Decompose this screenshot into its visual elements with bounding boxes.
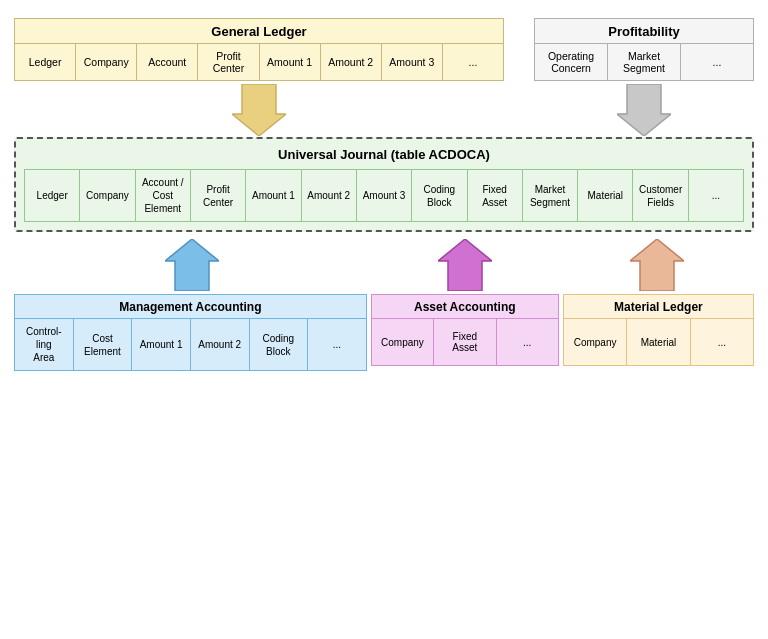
ml-arrow-up [560, 239, 754, 291]
svg-marker-1 [617, 84, 671, 136]
bottom-row: Management Accounting Control-lingArea C… [14, 294, 754, 371]
arrows-down-row [14, 83, 754, 137]
ml-col-ellipsis: ... [691, 319, 753, 365]
uj-col-ellipsis: ... [689, 170, 743, 221]
prof-col-ellipsis: ... [681, 44, 753, 80]
gl-col-amount2: Amount 2 [321, 44, 382, 80]
material-ledger-columns: Company Material ... [564, 319, 753, 365]
ml-up-arrow-icon [630, 239, 684, 291]
universal-journal-title: Universal Journal (table ACDOCA) [24, 147, 744, 162]
universal-journal-columns: Ledger Company Account /CostElement Prof… [24, 169, 744, 222]
uj-col-account-cost: Account /CostElement [136, 170, 191, 221]
gl-col-ellipsis: ... [443, 44, 503, 80]
uj-col-amount1: Amount 1 [246, 170, 301, 221]
uj-col-fixed-asset: FixedAsset [468, 170, 523, 221]
gl-col-ledger: Ledger [15, 44, 76, 80]
management-accounting-columns: Control-lingArea CostElement Amount 1 Am… [15, 319, 366, 370]
general-ledger-columns: Ledger Company Account ProfitCenter Amou… [15, 44, 503, 80]
asset-accounting-box: Asset Accounting Company FixedAsset ... [371, 294, 559, 366]
ma-col-controlling-area: Control-lingArea [15, 319, 74, 370]
gl-col-profit-center: ProfitCenter [198, 44, 259, 80]
diagram-container: General Ledger Ledger Company Account Pr… [0, 0, 768, 639]
gl-col-account: Account [137, 44, 198, 80]
gl-col-amount1: Amount 1 [260, 44, 321, 80]
management-accounting-box: Management Accounting Control-lingArea C… [14, 294, 367, 371]
uj-col-amount3: Amount 3 [357, 170, 412, 221]
prof-down-arrow-icon [617, 84, 671, 136]
ma-col-ellipsis: ... [308, 319, 366, 370]
gl-arrow-down [14, 84, 504, 136]
prof-col-operating-concern: OperatingConcern [535, 44, 608, 80]
uj-col-amount2: Amount 2 [302, 170, 357, 221]
aa-col-company: Company [372, 319, 434, 365]
svg-marker-3 [438, 239, 492, 291]
material-ledger-title: Material Ledger [564, 295, 753, 319]
general-ledger-title: General Ledger [15, 19, 503, 44]
management-accounting-title: Management Accounting [15, 295, 366, 319]
ma-col-cost-element: CostElement [74, 319, 133, 370]
uj-col-material: Material [578, 170, 633, 221]
svg-marker-2 [165, 239, 219, 291]
aa-col-ellipsis: ... [497, 319, 558, 365]
uj-col-ledger: Ledger [25, 170, 80, 221]
ma-col-amount1: Amount 1 [132, 319, 191, 370]
uj-col-customer-fields: CustomerFields [633, 170, 688, 221]
profitability-title: Profitability [535, 19, 753, 44]
asset-accounting-columns: Company FixedAsset ... [372, 319, 558, 365]
ma-arrow-up [14, 239, 370, 291]
uj-col-market-segment: MarketSegment [523, 170, 578, 221]
gl-col-amount3: Amount 3 [382, 44, 443, 80]
prof-col-market-segment: MarketSegment [608, 44, 681, 80]
profitability-box: Profitability OperatingConcern MarketSeg… [534, 18, 754, 81]
uj-col-company: Company [80, 170, 135, 221]
svg-marker-0 [232, 84, 286, 136]
general-ledger-box: General Ledger Ledger Company Account Pr… [14, 18, 504, 81]
arrows-up-row [14, 236, 754, 294]
aa-up-arrow-icon [438, 239, 492, 291]
ma-up-arrow-icon [165, 239, 219, 291]
ml-col-company: Company [564, 319, 627, 365]
gl-down-arrow-icon [232, 84, 286, 136]
asset-accounting-title: Asset Accounting [372, 295, 558, 319]
gl-col-company: Company [76, 44, 137, 80]
svg-marker-4 [630, 239, 684, 291]
ma-col-coding-block: CodingBlock [250, 319, 309, 370]
profitability-columns: OperatingConcern MarketSegment ... [535, 44, 753, 80]
aa-col-fixed-asset: FixedAsset [434, 319, 496, 365]
ma-col-amount2: Amount 2 [191, 319, 250, 370]
uj-col-profit-center: ProfitCenter [191, 170, 246, 221]
uj-col-coding-block: CodingBlock [412, 170, 467, 221]
universal-journal-box: Universal Journal (table ACDOCA) Ledger … [14, 137, 754, 232]
material-ledger-box: Material Ledger Company Material ... [563, 294, 754, 366]
aa-arrow-up [370, 239, 560, 291]
top-row: General Ledger Ledger Company Account Pr… [14, 18, 754, 81]
ml-col-material: Material [627, 319, 690, 365]
prof-arrow-down [534, 84, 754, 136]
